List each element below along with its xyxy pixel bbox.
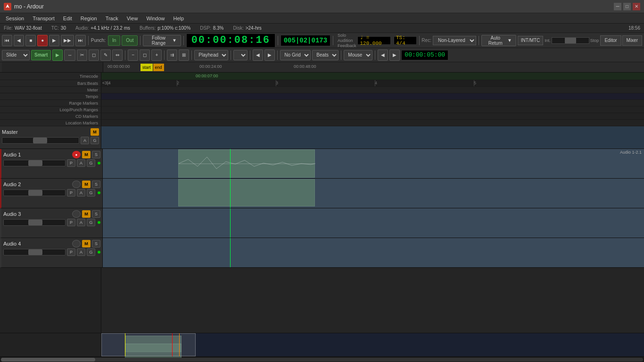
zoom-full-btn[interactable]: ◻ [140,49,150,61]
audio3-r-button[interactable] [72,210,81,218]
prev-marker-btn[interactable]: ◀ [253,49,263,61]
strip-silence-btn[interactable]: ⊞ [179,49,189,61]
bars-beats-clock[interactable]: 005|02|0173 [281,35,330,46]
audio3-p-button[interactable]: P [67,219,75,226]
menu-transport[interactable]: Transport [29,15,58,22]
audio1-p-button[interactable]: P [67,159,75,167]
audio4-track-content[interactable] [103,238,644,267]
ts-display[interactable]: TS: 4/4 [394,36,417,45]
erase-tool-btn[interactable]: ◻ [89,49,99,61]
transport-record[interactable]: ● [37,35,48,46]
quantize-select[interactable]: ♩ [233,50,248,60]
feedback-button[interactable]: Feedback [338,43,356,48]
audio4-a-button[interactable]: A [77,248,85,256]
audio4-m-button[interactable]: M [82,240,91,247]
transport-next-mark[interactable]: ▶▶ [61,35,74,46]
audio3-g-button[interactable]: G [87,219,95,226]
audition-button[interactable]: Audition [338,38,356,43]
master-a-button[interactable]: A [81,137,89,144]
next-arrow-btn[interactable]: ▶ [389,49,400,61]
audio1-r-button[interactable]: ● [72,151,81,158]
meter-row-content[interactable] [101,87,644,93]
end-marker[interactable]: end [153,64,164,71]
minimize-button[interactable]: ─ [614,3,621,10]
main-clock[interactable]: 00:00:08:16 [186,33,275,48]
transport-to-start[interactable]: ⏮ [2,35,12,46]
audio3-s-button[interactable]: S [92,210,100,218]
smart-button[interactable]: Smart [31,50,51,60]
prev-arrow-btn[interactable]: ◀ [378,49,388,61]
scrollbar-thumb[interactable] [1,358,95,362]
maximize-button[interactable]: □ [623,3,631,10]
menu-edit[interactable]: Edit [59,15,76,22]
close-button[interactable]: ✕ [633,3,640,10]
audio3-fader[interactable] [3,219,66,226]
int-slider[interactable] [552,37,589,44]
audio4-r-button[interactable] [72,240,81,247]
horizontal-scrollbar[interactable] [0,356,644,362]
audio1-g-button[interactable]: G [87,159,95,167]
solo-button[interactable]: Solo [338,33,356,38]
minimap-content[interactable] [101,333,644,356]
grid-type-select[interactable]: No Grid [280,50,311,60]
audio2-region[interactable] [178,179,315,206]
audio1-m-button[interactable]: M [82,151,91,158]
timecode-row-content[interactable]: 00:00:07:00 [101,73,644,80]
loop-punch-row-content[interactable] [101,107,644,113]
menu-region[interactable]: Region [77,15,101,22]
slide-mode-select[interactable]: Slide Ripple [2,50,30,60]
cd-markers-row-content[interactable] [101,113,644,119]
mixer-button[interactable]: Mixer [622,35,642,46]
int-mtc-button[interactable]: INT/MTC [518,36,544,45]
transport-to-end[interactable]: ⏭ [75,35,86,46]
scrollbar-track[interactable] [1,358,643,362]
bars-beats-row-content[interactable]: <3|4 2 3 4 5 [101,80,644,86]
auto-return-button[interactable]: Auto Return ▼ [481,35,516,46]
minimap-viewport[interactable] [101,333,196,356]
audio2-p-button[interactable]: P [67,189,75,197]
master-fader[interactable] [2,137,79,144]
snap-to-select[interactable]: Beats [312,50,339,60]
range-markers-row-content[interactable] [101,100,644,106]
master-g-button[interactable]: G [91,137,99,144]
menu-help[interactable]: Help [170,15,188,22]
audio1-region[interactable] [178,149,315,178]
cut-tool-btn[interactable]: ✂ [77,49,87,61]
transport-play[interactable]: ▶ [49,35,59,46]
edit-clock[interactable]: 00:00:05:00 [401,50,448,60]
menu-window[interactable]: Window [142,15,168,22]
draw-tool-btn[interactable]: ✎ [100,49,111,61]
audio3-m-button[interactable]: M [82,210,91,218]
audio4-fader[interactable] [3,249,66,255]
master-m-button[interactable]: M [91,128,99,136]
start-marker[interactable]: start [140,64,153,71]
audio1-a-button[interactable]: A [77,159,85,167]
mixdown-btn[interactable]: ⇉ [167,49,177,61]
location-markers-row-content[interactable] [101,120,644,126]
audio4-s-button[interactable]: S [92,240,100,247]
audio3-a-button[interactable]: A [77,219,85,226]
audio1-track-content[interactable]: Audio 1-2.1 [103,149,644,178]
audio2-m-button[interactable]: M [82,181,91,188]
audio2-s-button[interactable]: S [92,181,100,188]
audio3-track-content[interactable] [103,208,644,238]
empty-content-area[interactable] [101,268,644,333]
transport-stop[interactable]: ■ [25,35,36,46]
mouse-mode-select[interactable]: Mouse [344,50,372,60]
audio4-p-button[interactable]: P [67,248,75,256]
menu-session[interactable]: Session [2,15,28,22]
green-tool-btn[interactable]: ▶ [52,49,63,61]
stretch-tool-btn[interactable]: ⇔ [112,49,123,61]
master-track-content[interactable] [101,126,644,148]
punch-in-button[interactable]: In [108,35,120,46]
rec-mode-select[interactable]: Non-Layered Layered [433,36,476,45]
zoom-out-btn[interactable]: − [128,49,138,61]
next-marker-btn[interactable]: ▶ [264,49,275,61]
audio1-s-button[interactable]: S [92,151,100,158]
zoom-in-btn[interactable]: + [151,49,162,61]
punch-out-button[interactable]: Out [122,35,138,46]
tempo-row-content[interactable] [101,93,644,99]
audio2-r-button[interactable] [72,181,81,188]
audio1-fader[interactable] [3,160,66,166]
transport-prev-mark[interactable]: ◀ [14,35,24,46]
